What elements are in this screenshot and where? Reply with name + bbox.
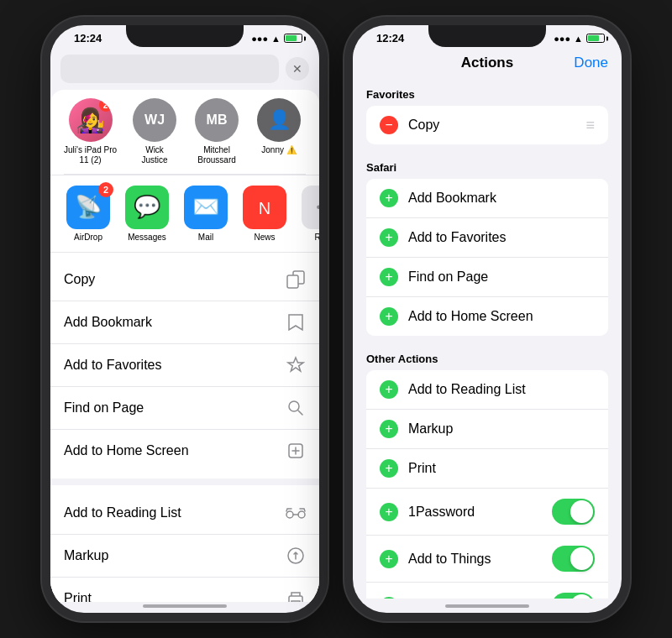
add-button[interactable]: + xyxy=(380,459,398,478)
app-item-mail[interactable]: ✉️ Mail xyxy=(181,186,230,242)
other-1blocker[interactable]: + 1Blocker xyxy=(366,583,608,599)
contact-name: Jonny ⚠️ xyxy=(261,145,296,155)
add-favorites-label: Add to Favorites xyxy=(408,230,595,245)
add-favorites-label: Add to Favorites xyxy=(64,358,162,373)
signal-icon: ●●● xyxy=(554,34,570,44)
action-reading-list[interactable]: Add to Reading List xyxy=(50,492,319,535)
svg-text:N: N xyxy=(259,199,270,217)
favorites-group: − Copy ≡ xyxy=(366,106,608,144)
add-button[interactable]: + xyxy=(380,550,398,568)
airdrop-label: AirDrop xyxy=(74,233,102,242)
add-button[interactable]: + xyxy=(380,597,398,599)
print-label: Print xyxy=(64,591,92,602)
left-phone: 12:24 ●●● ▲ ✕ 👩‍🎤 2 J xyxy=(42,17,328,621)
done-button[interactable]: Done xyxy=(574,55,608,71)
favorites-header: Favorites xyxy=(353,78,622,106)
other-actions-header: Other Actions xyxy=(353,343,622,370)
add-button[interactable]: + xyxy=(380,189,398,207)
star-icon xyxy=(286,355,306,375)
divider xyxy=(50,252,319,253)
search-icon xyxy=(286,398,306,418)
other-add-things[interactable]: + Add to Things xyxy=(366,536,608,583)
url-bar[interactable] xyxy=(60,55,279,83)
contact-item[interactable]: MB MitchelBroussard xyxy=(192,98,241,165)
contact-row: 👩‍🎤 2 Juli's iPad Pro11 (2) WJ WickJusti… xyxy=(50,90,319,174)
print-icon xyxy=(286,588,306,602)
remove-button[interactable]: − xyxy=(380,116,398,134)
action-add-bookmark[interactable]: Add Bookmark xyxy=(50,301,319,344)
section-divider xyxy=(50,478,319,485)
toggle-knob xyxy=(570,547,593,570)
app-item-messages[interactable]: 💬 Messages xyxy=(123,186,171,242)
messages-label: Messages xyxy=(128,233,166,242)
battery-icon xyxy=(284,34,302,43)
things-toggle[interactable] xyxy=(552,546,595,572)
add-home-label: Add to Home Screen xyxy=(64,443,189,458)
share-sheet-screen: 12:24 ●●● ▲ ✕ 👩‍🎤 2 J xyxy=(50,25,319,613)
actions-nav: Actions Done xyxy=(353,48,622,78)
wifi-icon: ▲ xyxy=(574,34,583,44)
status-icons: ●●● ▲ xyxy=(251,34,302,44)
app-item-news[interactable]: N News xyxy=(240,186,289,242)
action-print[interactable]: Print xyxy=(50,578,319,602)
other-markup[interactable]: + Markup xyxy=(366,410,608,449)
safari-add-bookmark[interactable]: + Add Bookmark xyxy=(366,179,608,218)
more-icon: ••• xyxy=(302,186,319,229)
add-bookmark-label: Add Bookmark xyxy=(64,315,152,330)
add-button[interactable]: + xyxy=(380,420,398,438)
signal-icon: ●●● xyxy=(251,34,268,44)
action-section-1: Copy Add Bookmark xyxy=(50,259,319,472)
add-bookmark-label: Add Bookmark xyxy=(408,191,595,206)
svg-rect-3 xyxy=(287,275,298,288)
status-icons: ●●● ▲ xyxy=(554,34,605,44)
action-copy[interactable]: Copy xyxy=(50,259,319,301)
add-button[interactable]: + xyxy=(380,307,398,326)
home-indicator xyxy=(445,604,529,608)
contact-item[interactable]: WJ WickJustice xyxy=(130,98,179,165)
1password-label: 1Password xyxy=(408,505,542,520)
add-button[interactable]: + xyxy=(380,503,398,521)
favorites-copy-item[interactable]: − Copy ≡ xyxy=(366,106,608,144)
drag-handle[interactable]: ≡ xyxy=(585,117,595,134)
action-add-favorites[interactable]: Add to Favorites xyxy=(50,344,319,387)
contact-item[interactable]: 👤 Jonny ⚠️ xyxy=(255,98,303,165)
app-item-airdrop[interactable]: 📡 2 AirDrop xyxy=(64,186,113,242)
1password-toggle[interactable] xyxy=(552,499,595,525)
notch xyxy=(126,25,244,47)
home-indicator xyxy=(143,604,227,608)
app-item-more[interactable]: ••• Re... xyxy=(299,186,319,242)
add-home-label: Add to Home Screen xyxy=(408,309,595,324)
action-add-home[interactable]: Add to Home Screen xyxy=(50,430,319,472)
contact-name: WickJustice xyxy=(141,145,167,165)
status-time: 12:24 xyxy=(370,32,404,44)
safari-add-favorites[interactable]: + Add to Favorites xyxy=(366,218,608,258)
other-print[interactable]: + Print xyxy=(366,449,608,489)
contact-name: Juli's iPad Pro11 (2) xyxy=(64,145,117,165)
reading-list-label: Add to Reading List xyxy=(408,382,595,397)
more-label: Re... xyxy=(314,233,319,242)
news-label: News xyxy=(254,233,275,242)
find-page-label: Find on Page xyxy=(408,269,595,285)
add-things-label: Add to Things xyxy=(408,552,542,567)
airdrop-icon: 📡 2 xyxy=(66,186,110,229)
battery-icon xyxy=(586,34,605,43)
url-bar-area: ✕ xyxy=(50,48,319,90)
action-markup[interactable]: Markup xyxy=(50,535,319,578)
contact-item[interactable]: 👩‍🎤 2 Juli's iPad Pro11 (2) xyxy=(64,98,117,165)
add-button[interactable]: + xyxy=(380,268,398,286)
safari-find-page[interactable]: + Find on Page xyxy=(366,258,608,297)
other-1password[interactable]: + 1Password xyxy=(366,489,608,536)
action-find-page[interactable]: Find on Page xyxy=(50,387,319,430)
contact-badge: 2 xyxy=(99,98,113,112)
other-reading-list[interactable]: + Add to Reading List xyxy=(366,370,608,410)
safari-header: Safari xyxy=(353,151,622,179)
markup-label: Markup xyxy=(408,421,595,437)
close-button[interactable]: ✕ xyxy=(286,57,309,81)
add-home-icon xyxy=(286,441,306,461)
1blocker-toggle[interactable] xyxy=(552,593,595,599)
add-button[interactable]: + xyxy=(380,380,398,399)
copy-label: Copy xyxy=(64,272,95,287)
add-button[interactable]: + xyxy=(380,228,398,247)
app-row: 📡 2 AirDrop 💬 Messages ✉️ Mail xyxy=(50,175,319,252)
safari-add-home[interactable]: + Add to Home Screen xyxy=(366,297,608,336)
